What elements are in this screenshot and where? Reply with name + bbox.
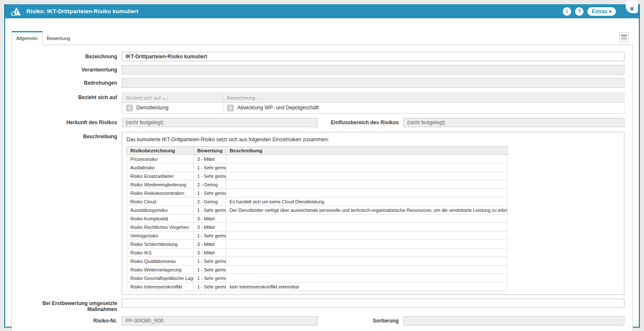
risk-name-cell: Vertragsrisiko [127,231,194,240]
help-icon[interactable]: ? [575,7,584,16]
sort-icons: ▲▼ [162,97,169,100]
risk-name-cell: Risiko Schlechtleistung [127,240,194,248]
risk-row: Risiko Rechtliches Vorgehen 3 - Mittel [127,223,508,231]
relation-typ: Dienstleistung [136,105,168,111]
einflussbereich-label: Einflussbereich des Risikos [318,118,403,126]
risk-rating-cell: 1 - Sehr gering [194,265,226,274]
risk-desc-cell: Es handelt sich um keine Cloud Dienstlei… [226,197,508,206]
risk-rating-cell: 1 - Sehr gering [194,163,226,172]
relation-row[interactable]: ⚙Dienstleistung ⚙Abwicklung WP- und Depo… [122,103,624,114]
risk-name-cell: Ausfallrisiko [127,163,194,172]
risk-row: Risiko Interessenskonflikt 1 - Sehr geri… [127,282,508,291]
risk-name-cell: Risiko Cloud [127,197,194,206]
risk-name-cell: Risiko Rechtliches Vorgehen [127,223,194,231]
risk-row: Risiko IKS 3 - Mittel [127,248,508,257]
risk-warning-magnifier-icon [11,7,21,16]
risk-desc-cell [226,231,508,240]
risk-rating-cell: 3 - Mittel [194,223,226,231]
risk-detail-window: Risiko: IKT-Drittparteien-Risiko kumulie… [4,4,640,328]
gear-icon: ⚙ [126,105,133,111]
risk-desc-cell [226,265,508,274]
risk-rating-cell: 3 - Mittel [194,240,226,248]
bezieht-sich-auf-label: Bezieht sich auf [12,93,122,100]
risk-name-cell: Prozessrisiko [127,155,194,163]
risk-row: Risiko Wiedereingliederung 2 - Gering [127,180,508,189]
tab-allgemein[interactable]: Allgemein [12,31,43,45]
beschreibung-intro: Das kumulierte IKT-Drittparteien-Risiko … [126,137,620,143]
extras-button[interactable]: Extras▾ [587,7,616,16]
risk-name-cell: Risiko Weiterverlagerung [127,265,194,274]
risk-desc-cell [226,214,508,223]
relation-col-bezeichnung[interactable]: Bezeichnung▲▼ [223,93,624,103]
risk-rating-cell: 3 - Mittel [194,214,226,223]
risk-rating-cell: 1 - Sehr gering [194,282,226,291]
risk-desc-cell [226,274,508,282]
risk-desc-cell [226,189,508,197]
risk-desc-cell: kein Interessenskonflikt erkennbar [226,282,508,291]
risk-rating-cell: 1 - Sehr gering [194,257,226,265]
info-icon[interactable]: i [563,7,571,16]
risk-table: Risikobezeichnung Bewertung Beschreibung… [126,146,508,291]
title-bar: Risiko: IKT-Drittparteien-Risiko kumulie… [5,4,639,18]
verantwortung-label: Verantwortung [12,65,122,73]
risk-desc-cell [226,240,508,248]
risk-row: Risiko Qualitätsniveau 1 - Sehr gering [127,257,508,265]
relation-bezeichnung: Abwicklung WP- und Depotgeschäft [237,105,319,111]
risk-rating-cell: 1 - Sehr gering [194,231,226,240]
risk-row: Ausstattungsrisiko 1 - Sehr gering Der D… [127,206,508,214]
window-title: Risiko: IKT-Drittparteien-Risiko kumulie… [26,8,138,14]
risk-rating-cell: 3 - Mittel [194,155,226,163]
risk-desc-cell [226,257,508,265]
risk-rating-cell: 1 - Sehr gering [194,172,226,180]
risk-name-cell: Risiko Risikokonzentration [127,189,194,197]
extras-label: Extras [592,9,607,14]
risk-rating-cell: 3 - Mittel [194,248,226,257]
chevron-down-icon: ▾ [609,9,612,14]
risk-name-cell: Risiko Wiedereingliederung [127,180,194,189]
risiko-nr-input[interactable] [122,316,318,325]
massnahmen-label: Bei Erstbewertung umgesetzte Maßnahmen [12,299,122,312]
verantwortung-input[interactable] [122,65,624,74]
risk-desc-cell [226,155,508,163]
risk-name-cell: Risiko IKS [127,248,194,257]
einflussbereich-input[interactable] [403,118,624,127]
risk-desc-cell [226,180,508,189]
risk-row: Risiko Schlechtleistung 3 - Mittel [127,240,508,248]
relation-table: Bezieht sich auf▲▼ Bezeichnung▲▼ ⚙Dienst… [122,93,624,114]
risk-name-cell: Ausstattungsrisiko [127,206,194,214]
risk-col-name: Risikobezeichnung [127,147,194,155]
herkunft-input[interactable] [122,118,318,127]
bedrohungen-input[interactable] [122,78,624,88]
risk-name-cell: Risiko Qualitätsniveau [127,257,194,265]
risk-name-cell: Risiko Komplexität [127,214,194,223]
risk-desc-cell [226,223,508,231]
risk-rating-cell: 2 - Gering [194,180,226,189]
tab-bewertung[interactable]: Bewertung [43,31,75,45]
massnahmen-input[interactable] [122,299,624,308]
sortierung-input[interactable] [403,316,624,325]
risk-desc-cell [226,163,508,172]
bezeichnung-label: Bezeichnung [12,52,122,60]
risk-desc-cell [226,172,508,180]
risk-row: Ausfallrisiko 1 - Sehr gering [127,163,508,172]
risk-name-cell: Risiko Ersatzanbieter [127,172,194,180]
sort-icons: ▲▼ [257,97,264,100]
beschreibung-label: Beschreibung [12,132,122,140]
risk-name-cell: Risiko Geschäftspolitische Lage [127,274,194,282]
risk-desc-cell: Der Dienstleister verfügt über ausreiche… [226,206,508,214]
risk-col-bewertung: Bewertung [194,147,226,155]
risk-row: Prozessrisiko 3 - Mittel [127,155,508,163]
relation-col-typ[interactable]: Bezieht sich auf▲▼ [122,93,223,103]
risk-row: Risiko Geschäftspolitische Lage 1 - Sehr… [127,274,508,282]
form-panel: Bezeichnung Verantwortung Bedrohungen Be… [12,45,633,331]
beschreibung-richtext[interactable]: Das kumulierte IKT-Drittparteien-Risiko … [122,132,624,295]
risk-row: Risiko Cloud 2 - Gering Es handelt sich … [127,197,508,206]
sortierung-label: Sortierung [318,316,403,324]
bezeichnung-input[interactable] [122,52,624,61]
close-icon[interactable]: ✖ [626,0,638,13]
risk-rating-cell: 2 - Gering [194,197,226,206]
risk-col-beschreibung: Beschreibung [226,147,508,155]
risk-rating-cell: 1 - Sehr gering [194,189,226,197]
risk-rating-cell: 1 - Sehr gering [194,274,226,282]
risk-desc-cell [226,248,508,257]
